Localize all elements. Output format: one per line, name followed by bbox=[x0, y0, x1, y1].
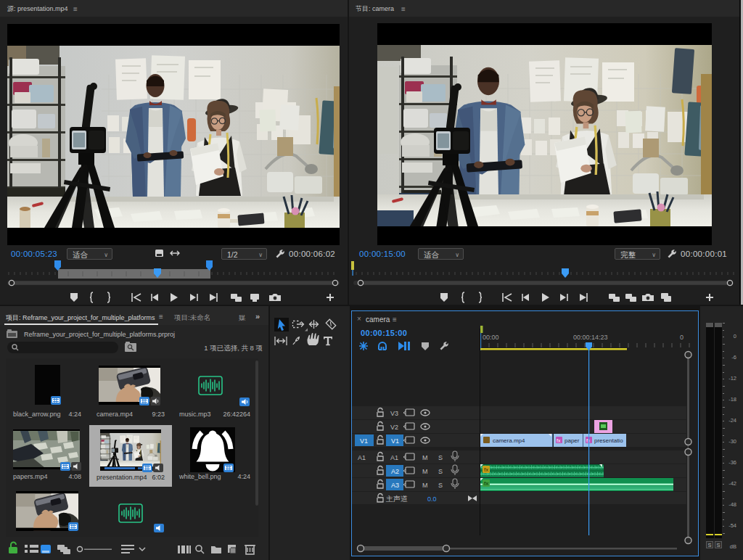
svg-text:V1: V1 bbox=[360, 437, 368, 445]
svg-text:M: M bbox=[422, 482, 428, 489]
svg-text:fx: fx bbox=[557, 438, 561, 443]
svg-text:A1: A1 bbox=[358, 454, 366, 461]
svg-text:S: S bbox=[438, 468, 443, 475]
svg-text:A3: A3 bbox=[391, 482, 399, 489]
svg-text:fx: fx bbox=[484, 466, 488, 473]
svg-text:S: S bbox=[438, 454, 443, 461]
svg-text:主声道: 主声道 bbox=[385, 495, 408, 503]
svg-text:M: M bbox=[422, 468, 428, 475]
svg-text:V1: V1 bbox=[391, 437, 399, 445]
svg-text:camera.mp4: camera.mp4 bbox=[493, 437, 525, 444]
svg-text:A2: A2 bbox=[391, 468, 399, 475]
svg-text:S: S bbox=[438, 482, 443, 489]
svg-text:paper: paper bbox=[565, 437, 580, 444]
svg-text:M: M bbox=[422, 454, 428, 461]
svg-text:fx: fx bbox=[484, 480, 488, 487]
svg-text:presentatio: presentatio bbox=[594, 437, 623, 444]
svg-text:0.0: 0.0 bbox=[427, 495, 437, 503]
svg-text:A1: A1 bbox=[390, 454, 398, 461]
svg-text:V2: V2 bbox=[390, 424, 398, 431]
svg-text:V3: V3 bbox=[390, 410, 398, 417]
